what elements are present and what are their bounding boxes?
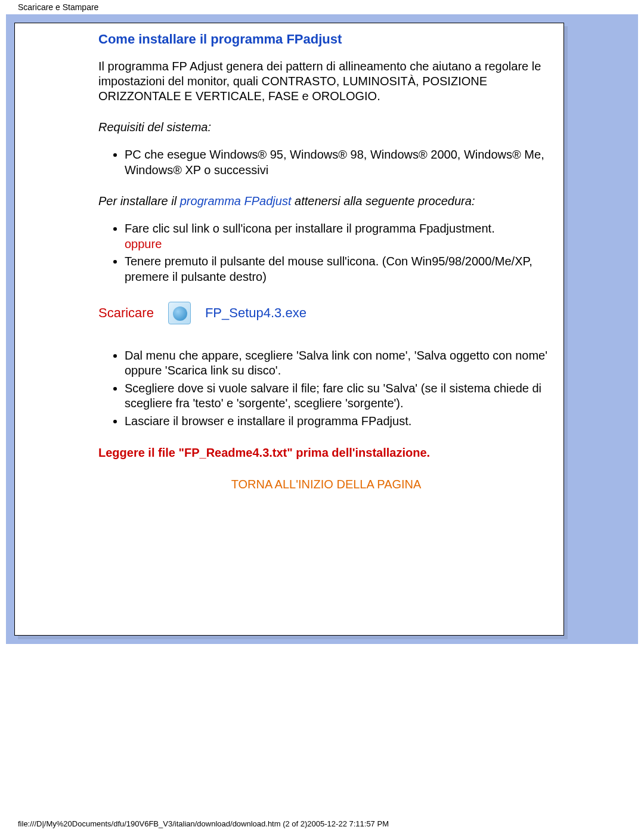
section-heading: Come installare il programma FPadjust bbox=[98, 32, 554, 47]
download-label: Scaricare bbox=[98, 305, 154, 321]
list-item: Lasciare il browser e installare il prog… bbox=[125, 414, 554, 429]
back-to-top: TORNA ALL'INIZIO DELLA PAGINA bbox=[98, 478, 554, 491]
download-file-link[interactable]: FP_Setup4.3.exe bbox=[205, 305, 306, 321]
readme-note: Leggere il file "FP_Readme4.3.txt" prima… bbox=[98, 446, 554, 460]
list-item: PC che esegue Windows® 95, Windows® 98, … bbox=[125, 147, 554, 178]
list-item: Dal menu che appare, scegliere 'Salva li… bbox=[125, 348, 554, 379]
requirements-list: PC che esegue Windows® 95, Windows® 98, … bbox=[98, 147, 554, 178]
back-to-top-link[interactable]: TORNA ALL'INIZIO DELLA PAGINA bbox=[231, 478, 422, 491]
fpadjust-link[interactable]: programma FPadjust bbox=[180, 194, 292, 208]
step-a1-text: Fare clic sul link o sull'icona per inst… bbox=[125, 222, 495, 235]
content-panel: Come installare il programma FPadjust Il… bbox=[14, 23, 564, 636]
page: Scaricare e Stampare Come installare il … bbox=[0, 0, 644, 833]
requirements-title: Requisiti del sistema: bbox=[98, 120, 554, 134]
content-body: Come installare il programma FPadjust Il… bbox=[15, 23, 564, 503]
outer-frame: Come installare il programma FPadjust Il… bbox=[6, 14, 638, 644]
steps-a-list: Fare clic sul link o sull'icona per inst… bbox=[98, 221, 554, 284]
install-post: attenersi alla seguente procedura: bbox=[291, 194, 475, 208]
step-a1-or: oppure bbox=[125, 237, 162, 250]
list-item: Tenere premuto il pulsante del mouse sul… bbox=[125, 254, 554, 284]
intro-paragraph: Il programma FP Adjust genera dei patter… bbox=[98, 59, 554, 104]
page-header-title: Scaricare e Stampare bbox=[18, 2, 98, 12]
install-instruction: Per installare il programma FPadjust att… bbox=[98, 194, 554, 208]
steps-b-list: Dal menu che appare, scegliere 'Salva li… bbox=[98, 348, 554, 429]
installer-icon[interactable] bbox=[168, 302, 191, 324]
list-item: Fare clic sul link o sull'icona per inst… bbox=[125, 221, 554, 252]
list-item: Scegliere dove si vuole salvare il file;… bbox=[125, 381, 554, 411]
footer-path: file:///D|/My%20Documents/dfu/190V6FB_V3… bbox=[18, 819, 389, 828]
download-row: Scaricare FP_Setup4.3.exe bbox=[98, 302, 554, 324]
install-pre: Per installare il bbox=[98, 194, 180, 208]
